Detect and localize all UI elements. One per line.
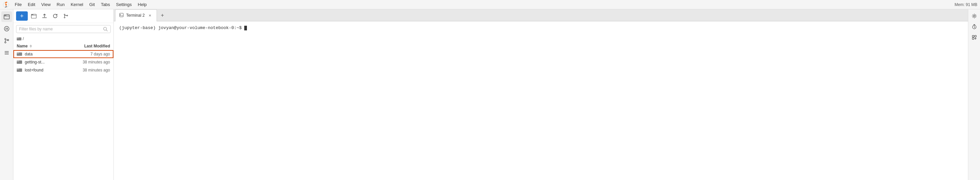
menu-run[interactable]: Run — [54, 2, 67, 8]
new-folder-button[interactable] — [29, 11, 38, 21]
git-button[interactable] — [61, 11, 71, 21]
rail-running-icon[interactable] — [2, 24, 12, 34]
svg-rect-5 — [4, 15, 6, 16]
svg-rect-17 — [31, 14, 33, 15]
menu-help[interactable]: Help — [135, 2, 150, 8]
terminal-content[interactable]: (jupyter-base) jovyan@your-volume-notebo… — [114, 21, 968, 180]
new-tab-button[interactable]: + — [158, 11, 167, 20]
file-modified-data: 7 days ago — [73, 52, 110, 57]
menu-view[interactable]: View — [38, 2, 53, 8]
tab-terminal-2[interactable]: Terminal 2 ✕ — [115, 9, 157, 21]
svg-rect-25 — [17, 37, 19, 39]
svg-rect-27 — [17, 52, 19, 54]
terminal-prompt: (jupyter-base) jovyan@your-volume-notebo… — [119, 25, 244, 30]
file-name-getting-started: getting-st... — [25, 60, 73, 65]
tab-bar: Terminal 2 ✕ + — [114, 9, 968, 21]
left-icon-rail — [0, 9, 13, 180]
file-item-data[interactable]: data 7 days ago — [13, 50, 113, 58]
folder-icon-data — [17, 52, 23, 57]
svg-rect-29 — [17, 60, 19, 62]
file-modified-getting-started: 38 minutes ago — [73, 60, 110, 65]
right-extension-icon[interactable] — [970, 33, 979, 42]
svg-rect-32 — [120, 13, 124, 17]
search-input[interactable] — [19, 27, 101, 32]
right-icon-rail — [968, 9, 980, 180]
menu-tabs[interactable]: Tabs — [98, 2, 113, 8]
file-browser-panel: + — [13, 9, 114, 180]
svg-point-9 — [5, 38, 6, 40]
svg-rect-37 — [975, 35, 976, 37]
search-icon — [103, 27, 108, 32]
breadcrumb: / — [13, 35, 113, 43]
file-name-lost-found: lost+found — [25, 68, 73, 73]
rail-filebrowser-icon[interactable] — [2, 11, 12, 22]
right-timer-icon[interactable] — [970, 22, 979, 32]
svg-point-18 — [64, 14, 65, 15]
col-modified-header: Last Modified — [73, 44, 110, 49]
new-button-label: + — [20, 13, 24, 20]
sort-icon — [29, 44, 32, 48]
svg-point-10 — [5, 42, 6, 43]
file-name-data: data — [25, 52, 73, 57]
folder-icon — [17, 37, 21, 41]
file-browser-toolbar: + — [13, 9, 113, 23]
svg-rect-38 — [972, 38, 974, 39]
svg-point-3 — [5, 4, 7, 5]
svg-rect-31 — [17, 68, 19, 70]
menu-edit[interactable]: Edit — [25, 2, 38, 8]
file-item-getting-started[interactable]: getting-st... 38 minutes ago — [13, 58, 113, 66]
file-list-header: Name Last Modified — [13, 43, 113, 50]
file-item-lost-found[interactable]: lost+found 38 minutes ago — [13, 66, 113, 74]
tab-terminal-2-label: Terminal 2 — [126, 13, 145, 18]
terminal-area: Terminal 2 ✕ + (jupyter-base) jovyan@you… — [114, 9, 968, 180]
jupyter-logo — [3, 2, 10, 8]
menu-git[interactable]: Git — [87, 2, 98, 8]
rail-list-icon[interactable] — [2, 47, 12, 58]
col-name-header[interactable]: Name — [17, 44, 73, 49]
rail-git-icon[interactable] — [2, 35, 12, 46]
refresh-button[interactable] — [51, 11, 60, 21]
menu-file[interactable]: File — [12, 2, 24, 8]
main-layout: + — [0, 9, 980, 180]
tab-terminal-2-close[interactable]: ✕ — [147, 13, 153, 18]
file-list: data 7 days ago getting-st... 38 minutes… — [13, 50, 113, 180]
new-button[interactable]: + — [16, 11, 28, 21]
col-name-label: Name — [17, 44, 28, 49]
memory-indicator: Mem: 91 MB — [955, 2, 977, 7]
svg-point-34 — [973, 15, 975, 17]
terminal-tab-icon — [119, 13, 124, 18]
terminal-cursor — [244, 26, 247, 30]
menu-settings[interactable]: Settings — [113, 2, 135, 8]
upload-button[interactable] — [40, 11, 49, 21]
breadcrumb-path: / — [23, 36, 24, 41]
svg-point-6 — [4, 26, 9, 31]
right-settings-icon[interactable] — [970, 11, 979, 21]
menu-bar: File Edit View Run Kernel Git Tabs Setti… — [0, 0, 980, 9]
svg-line-23 — [107, 30, 108, 32]
folder-icon-getting-started — [17, 60, 23, 65]
svg-rect-8 — [7, 28, 8, 30]
svg-rect-36 — [972, 35, 974, 37]
file-search-container — [16, 25, 111, 33]
file-modified-lost-found: 38 minutes ago — [73, 68, 110, 73]
svg-rect-7 — [6, 28, 6, 30]
menu-kernel[interactable]: Kernel — [68, 2, 86, 8]
svg-point-19 — [64, 17, 65, 18]
folder-icon-lost-found — [17, 68, 23, 73]
